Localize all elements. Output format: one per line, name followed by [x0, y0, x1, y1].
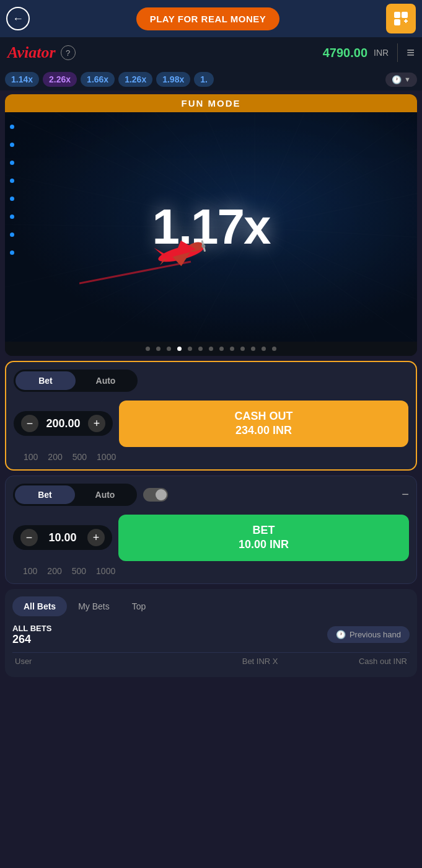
top-bar: ← PLAY FOR REAL MONEY	[0, 0, 422, 37]
bet-label: BET	[125, 523, 403, 538]
bet-button[interactable]: BET 10.00 INR	[118, 515, 409, 561]
quick-amounts-1: 100 200 500 1000	[14, 452, 408, 462]
mult-badge-5[interactable]: 1.98x	[156, 72, 190, 87]
game-canvas: FUN MODE	[5, 94, 417, 356]
table-header: User Bet INR X Cash out INR	[12, 652, 410, 670]
cash-out-button[interactable]: CASH OUT 234.00 INR	[119, 401, 408, 447]
dot-4	[177, 347, 182, 351]
bets-tab-my[interactable]: My Bets	[67, 596, 121, 616]
balance-amount: 4790.00	[323, 46, 367, 60]
mult-badge-2[interactable]: 2.26x	[43, 72, 77, 87]
quick-1000-1[interactable]: 1000	[97, 452, 116, 462]
dot-13	[272, 347, 276, 351]
menu-icon[interactable]: ≡	[407, 45, 415, 61]
airplane	[79, 228, 216, 292]
dot-5	[188, 347, 192, 351]
bet-tabs-2: Bet Auto	[13, 484, 137, 506]
quick-100-1[interactable]: 100	[24, 452, 38, 462]
mult-badge-6[interactable]: 1.	[194, 72, 214, 87]
dot-1	[146, 347, 150, 351]
game-header: Aviator ? 4790.00 INR ≡	[0, 37, 422, 68]
collapse-icon[interactable]: −	[402, 487, 409, 502]
dot-6	[198, 347, 203, 351]
fun-mode-banner: FUN MODE	[5, 94, 417, 112]
game-viewport: 1.17x	[5, 112, 417, 342]
svg-rect-2	[394, 19, 400, 25]
bets-section: All Bets My Bets Top ALL BETS 264 🕐 Prev…	[5, 589, 417, 677]
dot-9	[230, 347, 234, 351]
svg-rect-0	[394, 12, 400, 18]
svg-line-28	[79, 262, 191, 283]
bets-info-row: ALL BETS 264 🕐 Previous hand	[12, 624, 410, 646]
bets-tabs: All Bets My Bets Top	[12, 596, 410, 616]
previous-hand-button[interactable]: 🕐 Previous hand	[327, 626, 410, 643]
history-button[interactable]: 🕐 ▼	[385, 73, 417, 87]
play-real-button[interactable]: PLAY FOR REAL MONEY	[136, 7, 280, 30]
balance-currency: INR	[374, 48, 389, 58]
amount-value-2: 10.00	[44, 531, 81, 544]
clock-icon: 🕐	[392, 75, 402, 84]
col-cashout: Cash out INR	[309, 657, 407, 666]
bet-tab-bet-2[interactable]: Bet	[15, 485, 75, 504]
dot-8	[219, 347, 224, 351]
dot-12	[262, 347, 266, 351]
back-button[interactable]: ←	[6, 7, 30, 30]
all-bets-label: ALL BETS	[12, 624, 51, 633]
chevron-down-icon: ▼	[404, 76, 411, 83]
bet-amount: 10.00 INR	[125, 538, 403, 552]
quick-amounts-2: 100 200 500 1000	[13, 566, 409, 576]
dot-3	[167, 347, 171, 351]
increase-btn-1[interactable]: +	[88, 415, 105, 432]
decrease-btn-1[interactable]: −	[21, 415, 38, 432]
previous-hand-label: Previous hand	[349, 630, 401, 639]
mult-badge-3[interactable]: 1.66x	[81, 72, 115, 87]
left-dots	[10, 125, 14, 255]
quick-200-1[interactable]: 200	[48, 452, 62, 462]
dot-11	[251, 347, 255, 351]
quick-100-2[interactable]: 100	[23, 566, 37, 576]
col-bet: Bet INR X	[211, 657, 309, 666]
bets-tab-top[interactable]: Top	[121, 596, 157, 616]
decrease-btn-2[interactable]: −	[20, 529, 38, 546]
back-icon: ←	[12, 12, 24, 25]
amount-value-1: 200.00	[45, 417, 82, 430]
dot-7	[209, 347, 213, 351]
divider	[397, 43, 398, 62]
svg-rect-1	[402, 12, 408, 18]
bet-row-2: − 10.00 + BET 10.00 INR	[13, 515, 409, 561]
cash-out-amount: 234.00 INR	[125, 423, 402, 438]
logo-area: Aviator ?	[7, 43, 76, 62]
top-right-icon[interactable]	[386, 4, 416, 33]
increase-btn-2[interactable]: +	[87, 529, 105, 546]
amount-control-1: − 200.00 +	[14, 411, 113, 436]
balance-area: 4790.00 INR ≡	[323, 43, 415, 62]
carousel-dots	[5, 342, 417, 356]
quick-500-1[interactable]: 500	[73, 452, 87, 462]
help-icon[interactable]: ?	[61, 45, 76, 60]
col-user: User	[15, 657, 211, 666]
bet-panel-2: Bet Auto − − 10.00 + BET 10.00 INR 100 2…	[5, 476, 417, 584]
quick-1000-2[interactable]: 1000	[96, 566, 115, 576]
cash-out-label: CASH OUT	[125, 409, 402, 423]
multiplier-strip: 1.14x 2.26x 1.66x 1.26x 1.98x 1. 🕐 ▼	[0, 68, 422, 91]
quick-500-2[interactable]: 500	[72, 566, 86, 576]
logo-text: Aviator	[7, 43, 56, 62]
bet-tab-bet-1[interactable]: Bet	[15, 371, 76, 390]
bet-tab-auto-1[interactable]: Auto	[76, 371, 136, 390]
dot-2	[156, 347, 160, 351]
bet-panel-2-header: Bet Auto −	[13, 484, 409, 506]
mult-badge-1[interactable]: 1.14x	[5, 72, 39, 87]
clock-icon-2: 🕐	[336, 630, 346, 639]
dot-10	[240, 347, 245, 351]
mult-badge-4[interactable]: 1.26x	[118, 72, 152, 87]
bet-panel-1: Bet Auto − 200.00 + CASH OUT 234.00 INR …	[5, 361, 417, 471]
bet-row-1: − 200.00 + CASH OUT 234.00 INR	[14, 401, 408, 447]
bets-count-area: ALL BETS 264	[12, 624, 51, 646]
quick-200-2[interactable]: 200	[47, 566, 61, 576]
all-bets-count: 264	[12, 633, 51, 646]
bets-tab-all[interactable]: All Bets	[12, 596, 67, 616]
bet-tab-auto-2[interactable]: Auto	[75, 485, 135, 504]
bet-tabs-1: Bet Auto	[14, 370, 138, 392]
amount-control-2: − 10.00 +	[13, 525, 112, 550]
